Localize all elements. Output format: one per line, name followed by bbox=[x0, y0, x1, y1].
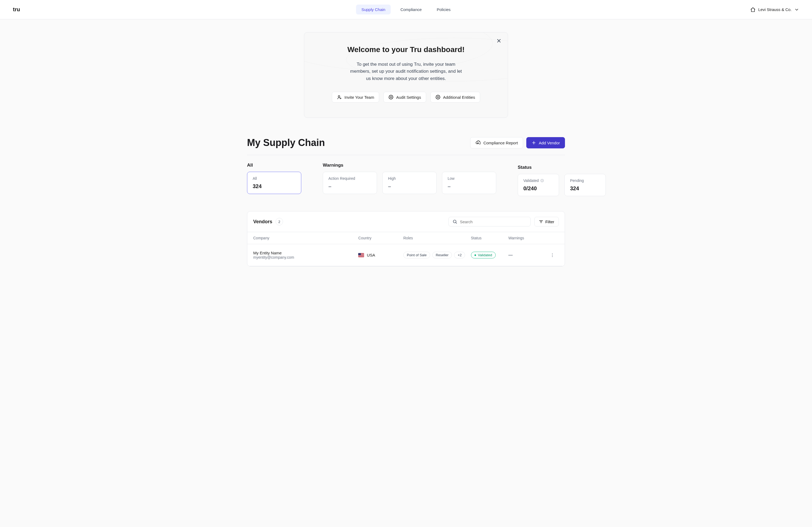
stat-all-label: All bbox=[253, 176, 296, 181]
svg-line-14 bbox=[456, 223, 456, 223]
table-row[interactable]: My Entity Name myentity@company.com USA … bbox=[247, 244, 565, 266]
table-head: Company Country Roles Status Warnings bbox=[247, 232, 565, 244]
welcome-body: To get the most out of using Tru, invite… bbox=[350, 61, 462, 82]
stat-low-label: Low bbox=[448, 176, 491, 181]
nav-supply-chain[interactable]: Supply Chain bbox=[356, 4, 391, 15]
welcome-actions: Invite Your Team Audit Settings Addition… bbox=[326, 92, 486, 103]
stat-pending-label: Pending bbox=[570, 178, 600, 183]
stat-card-validated[interactable]: Validated 0/240 bbox=[518, 174, 559, 196]
vendors-title: Vendors bbox=[253, 219, 272, 225]
header: tru Supply Chain Compliance Policies Lev… bbox=[0, 0, 812, 19]
svg-point-18 bbox=[552, 253, 553, 254]
col-country: Country bbox=[358, 236, 403, 240]
row-actions-menu[interactable] bbox=[546, 253, 559, 258]
invite-team-label: Invite Your Team bbox=[345, 95, 374, 100]
svg-point-2 bbox=[338, 95, 340, 97]
status-cell: Validated bbox=[471, 252, 509, 258]
audit-settings-button[interactable]: Audit Settings bbox=[383, 92, 426, 103]
role-pill: Reseller bbox=[432, 252, 452, 258]
stat-action-required-label: Action Required bbox=[329, 176, 371, 181]
nav-compliance[interactable]: Compliance bbox=[395, 4, 427, 15]
stat-validated-value: 0/240 bbox=[523, 185, 553, 192]
audit-settings-label: Audit Settings bbox=[396, 95, 421, 100]
row-status: Validated bbox=[478, 253, 492, 257]
stat-validated-label-wrap: Validated bbox=[523, 178, 553, 183]
row-country: USA bbox=[367, 253, 375, 257]
page-title: My Supply Chain bbox=[247, 137, 325, 148]
cloud-download-icon bbox=[475, 140, 481, 146]
svg-point-12 bbox=[542, 180, 542, 180]
stat-low-value: – bbox=[448, 183, 491, 190]
vendors-tools: Filter bbox=[448, 217, 559, 226]
company-cell: My Entity Name myentity@company.com bbox=[253, 251, 358, 259]
col-actions bbox=[546, 236, 559, 240]
compliance-report-button[interactable]: Compliance Report bbox=[470, 137, 523, 148]
additional-entities-label: Additional Entities bbox=[443, 95, 475, 100]
company-name: Levi Strauss & Co. bbox=[758, 7, 792, 12]
welcome-card: Welcome to your Tru dashboard! To get th… bbox=[304, 32, 508, 118]
search-input-wrap[interactable] bbox=[448, 217, 531, 226]
close-icon[interactable] bbox=[496, 39, 501, 44]
svg-point-20 bbox=[552, 256, 553, 257]
stat-all-value: 324 bbox=[253, 183, 296, 190]
stat-card-high[interactable]: High – bbox=[382, 172, 437, 194]
col-status: Status bbox=[471, 236, 509, 240]
col-company: Company bbox=[253, 236, 358, 240]
stat-action-required-value: – bbox=[329, 183, 371, 190]
status-badge: Validated bbox=[471, 252, 496, 258]
filter-icon bbox=[539, 220, 543, 224]
welcome-title: Welcome to your Tru dashboard! bbox=[326, 45, 486, 54]
stat-high-value: – bbox=[388, 183, 431, 190]
row-warnings: — bbox=[508, 253, 546, 258]
home-icon bbox=[750, 7, 756, 12]
stats-group-status: Status Validated 0/240 Pending 324 bbox=[518, 163, 606, 196]
invite-team-button[interactable]: Invite Your Team bbox=[332, 92, 379, 103]
stat-validated-label: Validated bbox=[523, 178, 539, 183]
stat-pending-value: 324 bbox=[570, 185, 600, 192]
company-dropdown[interactable]: Levi Strauss & Co. bbox=[750, 7, 799, 12]
stat-card-pending[interactable]: Pending 324 bbox=[564, 174, 606, 196]
stat-card-action-required[interactable]: Action Required – bbox=[323, 172, 377, 194]
country-cell: USA bbox=[358, 253, 403, 257]
flag-usa-icon bbox=[358, 253, 364, 257]
stats-group-status-title: Status bbox=[518, 165, 606, 170]
search-icon bbox=[452, 219, 457, 224]
role-pill: Point of Sale bbox=[403, 252, 430, 258]
vendors-header: Vendors 2 Filter bbox=[247, 211, 565, 232]
col-roles: Roles bbox=[403, 236, 471, 240]
page-actions: Compliance Report Add Vendor bbox=[470, 137, 565, 148]
vendors-card: Vendors 2 Filter bbox=[247, 211, 565, 267]
col-warnings: Warnings bbox=[508, 236, 546, 240]
stat-card-low[interactable]: Low – bbox=[442, 172, 496, 194]
chevron-down-icon bbox=[794, 7, 799, 12]
gear-icon bbox=[436, 95, 440, 100]
stat-high-label: High bbox=[388, 176, 431, 181]
row-company-email: myentity@company.com bbox=[253, 255, 358, 259]
filter-label: Filter bbox=[545, 220, 554, 224]
add-vendor-button[interactable]: Add Vendor bbox=[526, 137, 565, 148]
filter-button[interactable]: Filter bbox=[534, 217, 559, 226]
vendors-count-badge: 2 bbox=[276, 218, 283, 225]
stats-group-warnings: Warnings Action Required – High – Low – bbox=[323, 163, 496, 196]
svg-point-6 bbox=[437, 96, 439, 98]
info-icon bbox=[540, 179, 544, 182]
plus-icon bbox=[532, 140, 536, 145]
svg-point-19 bbox=[552, 255, 553, 255]
additional-entities-button[interactable]: Additional Entities bbox=[431, 92, 480, 103]
vendors-title-wrap: Vendors 2 bbox=[253, 218, 283, 225]
logo[interactable]: tru bbox=[13, 6, 20, 13]
user-plus-icon bbox=[337, 95, 342, 100]
dot-icon bbox=[475, 254, 476, 256]
role-pill-more[interactable]: +2 bbox=[454, 252, 465, 258]
svg-point-5 bbox=[390, 96, 392, 98]
page-header: My Supply Chain Compliance Report Add Ve… bbox=[247, 137, 565, 155]
add-vendor-label: Add Vendor bbox=[539, 140, 560, 145]
row-company-name: My Entity Name bbox=[253, 251, 358, 255]
search-input[interactable] bbox=[460, 220, 526, 224]
stat-card-all[interactable]: All 324 bbox=[247, 172, 301, 194]
roles-cell: Point of Sale Reseller +2 bbox=[403, 252, 471, 258]
stats-group-warnings-title: Warnings bbox=[323, 163, 496, 168]
stats-group-all-title: All bbox=[247, 163, 301, 168]
stats-row: All All 324 Warnings Action Required – bbox=[247, 163, 565, 196]
nav-policies[interactable]: Policies bbox=[431, 4, 456, 15]
